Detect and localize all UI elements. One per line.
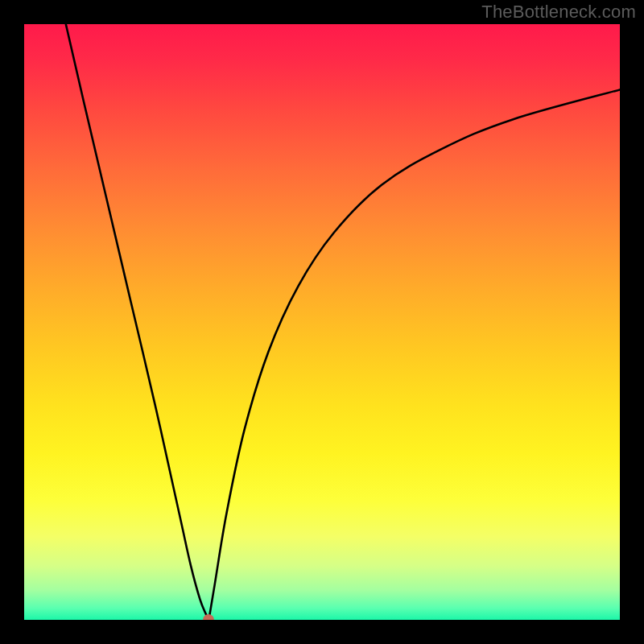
watermark-text: TheBottleneck.com xyxy=(481,2,636,23)
bottleneck-curve xyxy=(24,24,620,620)
plot-area xyxy=(24,24,620,620)
curve-path xyxy=(66,24,620,620)
chart-frame: TheBottleneck.com xyxy=(0,0,644,644)
sweet-spot-marker xyxy=(203,614,214,620)
